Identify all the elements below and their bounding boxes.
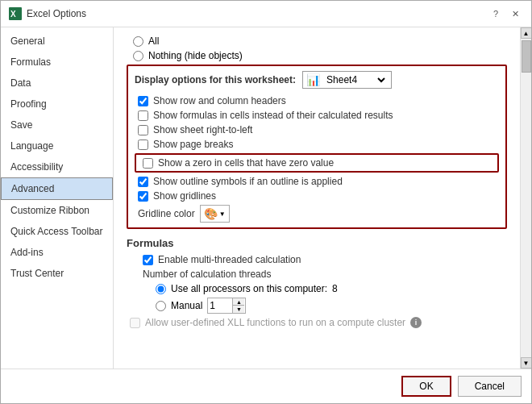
checkbox-multithreaded[interactable] bbox=[143, 255, 153, 265]
checkbox-row-pagebreaks: Show page breaks bbox=[135, 139, 499, 150]
svg-text:X: X bbox=[10, 10, 16, 19]
display-options-header: Display options for this worksheet: 📊 Sh… bbox=[135, 71, 499, 89]
scrollbar-down[interactable]: ▼ bbox=[521, 357, 532, 369]
checkbox-row-multithreaded: Enable multi-threaded calculation bbox=[127, 254, 507, 265]
sidebar-item-save[interactable]: Save bbox=[1, 115, 113, 135]
color-swatch: 🎨 bbox=[204, 207, 218, 220]
info-icon[interactable]: i bbox=[410, 317, 422, 328]
checkbox-rtl-label[interactable]: Show sheet right-to-left bbox=[153, 124, 252, 135]
title-bar-left: X Excel Options bbox=[9, 7, 86, 20]
checkbox-row-zero: Show a zero in cells that have zero valu… bbox=[139, 157, 494, 169]
worksheet-select[interactable]: Sheet4 bbox=[323, 73, 388, 86]
checkbox-formulas-label[interactable]: Show formulas in cells instead of their … bbox=[153, 110, 393, 121]
radio-all-row: All bbox=[127, 35, 507, 47]
ok-button[interactable]: OK bbox=[401, 376, 451, 397]
radio-all-processors-row: Use all processors on this computer: 8 bbox=[127, 283, 507, 294]
manual-threads-input[interactable]: 1 bbox=[208, 299, 232, 312]
scrollbar-up[interactable]: ▲ bbox=[521, 27, 532, 39]
radio-manual-row: Manual 1 ▲ ▼ bbox=[127, 298, 507, 314]
checkbox-outline-label[interactable]: Show outline symbols if an outline is ap… bbox=[153, 176, 343, 187]
title-bar: X Excel Options ? ✕ bbox=[1, 1, 531, 27]
checkbox-pagebreaks-label[interactable]: Show page breaks bbox=[153, 139, 233, 150]
checkbox-multithreaded-label[interactable]: Enable multi-threaded calculation bbox=[158, 254, 301, 265]
checkbox-row-gridlines: Show gridlines bbox=[135, 190, 499, 202]
cancel-button[interactable]: Cancel bbox=[458, 376, 522, 397]
checkbox-xll[interactable] bbox=[130, 318, 140, 328]
content-area: All Nothing (hide objects) Display optio… bbox=[114, 27, 520, 369]
help-button[interactable]: ? bbox=[488, 6, 504, 22]
checkbox-headers-label[interactable]: Show row and column headers bbox=[153, 95, 286, 106]
radio-nothing-label[interactable]: Nothing (hide objects) bbox=[148, 50, 243, 61]
checkbox-xll-label: Allow user-defined XLL functions to run … bbox=[145, 317, 405, 328]
color-picker-button[interactable]: 🎨 ▼ bbox=[200, 205, 230, 223]
excel-icon: X bbox=[9, 7, 22, 20]
checkbox-row-headers: Show row and column headers bbox=[135, 95, 499, 106]
dialog-body: General Formulas Data Proofing Save Lang… bbox=[1, 27, 531, 369]
title-bar-controls: ? ✕ bbox=[488, 6, 523, 22]
sidebar-item-language[interactable]: Language bbox=[1, 135, 113, 156]
radio-nothing-row: Nothing (hide objects) bbox=[127, 50, 507, 61]
checkbox-row-rtl: Show sheet right-to-left bbox=[135, 124, 499, 135]
manual-threads-spinner: 1 ▲ ▼ bbox=[207, 298, 246, 314]
content-scroll: All Nothing (hide objects) Display optio… bbox=[114, 27, 520, 369]
calc-threads-row: Number of calculation threads bbox=[127, 269, 507, 280]
display-options-label: Display options for this worksheet: bbox=[135, 74, 296, 85]
radio-nothing[interactable] bbox=[133, 51, 143, 61]
sidebar-item-customize-ribbon[interactable]: Customize Ribbon bbox=[1, 200, 113, 221]
close-button[interactable]: ✕ bbox=[507, 6, 523, 22]
checkbox-gridlines[interactable] bbox=[138, 191, 148, 202]
sidebar-item-accessibility[interactable]: Accessibility bbox=[1, 156, 113, 177]
checkbox-headers[interactable] bbox=[138, 96, 148, 106]
radio-all-label[interactable]: All bbox=[148, 35, 159, 47]
sidebar-item-data[interactable]: Data bbox=[1, 73, 113, 94]
dialog-footer: OK Cancel bbox=[1, 369, 531, 403]
sidebar-item-advanced[interactable]: Advanced bbox=[1, 177, 113, 200]
checkbox-pagebreaks[interactable] bbox=[138, 140, 148, 150]
calc-threads-label: Number of calculation threads bbox=[143, 269, 271, 280]
sidebar-item-formulas[interactable]: Formulas bbox=[1, 52, 113, 73]
radio-manual[interactable] bbox=[156, 301, 166, 311]
radio-manual-label[interactable]: Manual bbox=[171, 300, 202, 311]
worksheet-icon: 📊 bbox=[306, 73, 320, 86]
checkbox-rtl[interactable] bbox=[138, 125, 148, 135]
scrollbar-thumb[interactable] bbox=[522, 40, 531, 73]
gridline-color-label: Gridline color bbox=[138, 208, 195, 219]
sidebar: General Formulas Data Proofing Save Lang… bbox=[1, 27, 114, 369]
color-dropdown-arrow: ▼ bbox=[219, 210, 226, 218]
checkbox-gridlines-label[interactable]: Show gridlines bbox=[153, 190, 216, 202]
gridline-color-row: Gridline color 🎨 ▼ bbox=[135, 205, 499, 223]
sidebar-item-proofing[interactable]: Proofing bbox=[1, 94, 113, 115]
radio-all-processors-label[interactable]: Use all processors on this computer: bbox=[171, 283, 327, 294]
checkbox-row-outline: Show outline symbols if an outline is ap… bbox=[135, 176, 499, 187]
checkbox-row-formulas: Show formulas in cells instead of their … bbox=[135, 110, 499, 121]
dialog-title: Excel Options bbox=[27, 8, 86, 19]
sidebar-item-quick-access-toolbar[interactable]: Quick Access Toolbar bbox=[1, 221, 113, 242]
sidebar-item-trust-center[interactable]: Trust Center bbox=[1, 263, 113, 284]
zero-value-section: Show a zero in cells that have zero valu… bbox=[135, 153, 499, 173]
sidebar-item-add-ins[interactable]: Add-ins bbox=[1, 242, 113, 263]
scrollbar: ▲ ▼ bbox=[520, 27, 531, 369]
sidebar-item-general[interactable]: General bbox=[1, 31, 113, 52]
radio-all-processors[interactable] bbox=[156, 284, 166, 294]
checkbox-zero-label[interactable]: Show a zero in cells that have zero valu… bbox=[158, 157, 334, 169]
checkbox-outline[interactable] bbox=[138, 177, 148, 187]
radio-all[interactable] bbox=[133, 36, 143, 47]
allow-xll-row: Allow user-defined XLL functions to run … bbox=[127, 317, 507, 328]
processor-count: 8 bbox=[332, 283, 338, 294]
checkbox-formulas[interactable] bbox=[138, 110, 148, 121]
spinner-up[interactable]: ▲ bbox=[233, 298, 244, 306]
spinner-down[interactable]: ▼ bbox=[233, 306, 244, 313]
worksheet-select-wrapper: 📊 Sheet4 bbox=[302, 71, 392, 89]
display-options-section: Display options for this worksheet: 📊 Sh… bbox=[127, 65, 507, 229]
formulas-section-heading: Formulas bbox=[127, 237, 507, 249]
excel-options-dialog: X Excel Options ? ✕ General Formulas Dat… bbox=[0, 0, 532, 404]
checkbox-zero-value[interactable] bbox=[143, 158, 153, 169]
spinner-arrows: ▲ ▼ bbox=[232, 298, 244, 313]
